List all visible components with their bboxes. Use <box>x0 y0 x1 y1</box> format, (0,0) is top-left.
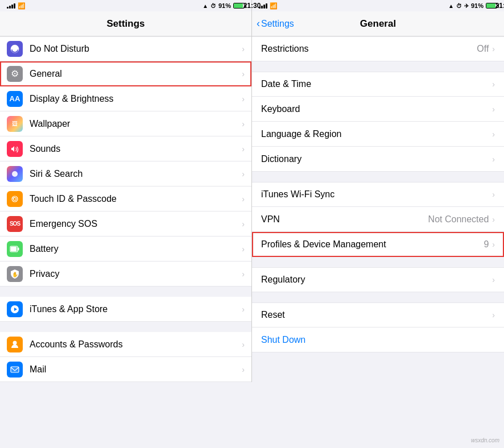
sos-label: Emergency SOS <box>30 219 242 229</box>
profiles-badge: 9 <box>484 239 489 250</box>
svg-point-1 <box>14 197 16 200</box>
status-bars: 📶 21:30 ▲ ⏱ 91% 📶 <box>0 0 504 11</box>
general-icon: ⚙ <box>7 66 23 82</box>
accounts-icon <box>7 337 23 352</box>
svg-rect-3 <box>18 247 19 250</box>
sos-chevron: › <box>242 219 245 229</box>
right-section-4: Regulatory › <box>252 267 504 292</box>
svg-rect-7 <box>11 367 19 372</box>
right-nav-title: General <box>360 18 396 30</box>
right-item-language[interactable]: Language & Region › <box>252 122 504 147</box>
settings-item-privacy[interactable]: ✋ Privacy › <box>0 262 251 287</box>
right-settings-list: Restrictions Off › Date & Time › Keyboar… <box>252 36 504 382</box>
accounts-chevron: › <box>242 340 245 349</box>
right-item-keyboard[interactable]: Keyboard › <box>252 97 504 122</box>
right-item-reset[interactable]: Reset › <box>252 302 504 327</box>
settings-item-display[interactable]: AA Display & Brightness › <box>0 86 251 111</box>
language-label: Language & Region <box>261 129 492 139</box>
vpn-value: Not Connected <box>428 214 489 225</box>
mail-icon <box>7 362 23 378</box>
keyboard-label: Keyboard <box>261 104 492 114</box>
left-settings-list: Do Not Disturb › ⚙ General › AA Display … <box>0 36 251 382</box>
dictionary-chevron: › <box>492 155 495 164</box>
left-battery-icon <box>233 3 245 9</box>
siri-label: Siri & Search <box>30 169 242 179</box>
signal-icon <box>7 3 15 9</box>
separator-1 <box>0 287 251 297</box>
display-label: Display & Brightness <box>30 94 242 104</box>
right-section-5: Reset › Shut Down <box>252 302 504 352</box>
datetime-label: Date & Time <box>261 79 492 89</box>
settings-item-general[interactable]: ⚙ General › <box>0 61 251 86</box>
separator-2 <box>0 322 251 332</box>
left-panel: Settings Do Not Disturb › <box>0 11 252 382</box>
right-section-2: Date & Time › Keyboard › Language & Regi… <box>252 72 504 172</box>
settings-item-itunes[interactable]: iTunes & App Store › <box>0 297 251 322</box>
watermark: wsxdn.com <box>471 437 499 443</box>
keyboard-chevron: › <box>492 105 495 114</box>
separator-right-3 <box>252 257 504 267</box>
datetime-chevron: › <box>492 80 495 89</box>
sounds-label: Sounds <box>30 144 242 154</box>
right-back-button[interactable]: ‹ Settings <box>252 18 294 30</box>
separator-right-1 <box>252 61 504 72</box>
right-item-regulatory[interactable]: Regulatory › <box>252 267 504 292</box>
restrictions-value: Off <box>477 44 489 54</box>
settings-item-battery[interactable]: Battery › <box>0 237 251 262</box>
separator-right-5 <box>252 352 504 363</box>
wallpaper-label: Wallpaper <box>30 119 242 129</box>
accounts-label: Accounts & Passwords <box>30 339 242 350</box>
sos-icon: SOS <box>7 216 23 232</box>
settings-item-accounts[interactable]: Accounts & Passwords › <box>0 332 251 357</box>
back-label: Settings <box>261 19 294 29</box>
itunes-label: iTunes & App Store <box>30 304 242 314</box>
svg-rect-4 <box>11 247 16 251</box>
settings-item-do-not-disturb[interactable]: Do Not Disturb › <box>0 36 251 61</box>
settings-item-wallpaper[interactable]: 🖼 Wallpaper › <box>0 111 251 136</box>
right-alarm-icon: ⏱ <box>456 3 462 9</box>
regulatory-chevron: › <box>492 275 495 284</box>
itunes-icon <box>7 301 23 317</box>
sounds-icon <box>7 141 23 157</box>
settings-item-mail[interactable]: Mail › <box>0 357 251 382</box>
settings-item-sounds[interactable]: Sounds › <box>0 136 251 161</box>
right-item-datetime[interactable]: Date & Time › <box>252 72 504 97</box>
profiles-chevron: › <box>492 240 495 249</box>
touchid-chevron: › <box>242 194 245 204</box>
mail-chevron: › <box>242 365 245 374</box>
display-icon: AA <box>7 91 23 107</box>
do-not-disturb-label: Do Not Disturb <box>30 44 242 54</box>
right-item-shutdown[interactable]: Shut Down <box>252 327 504 352</box>
privacy-label: Privacy <box>30 269 242 279</box>
siri-icon <box>7 166 23 182</box>
left-nav-title: Settings <box>106 18 144 30</box>
left-status-bar: 📶 21:30 ▲ ⏱ 91% <box>0 0 252 11</box>
reset-chevron: › <box>492 310 495 320</box>
settings-item-touchid[interactable]: Touch ID & Passcode › <box>0 186 251 211</box>
right-item-vpn[interactable]: VPN Not Connected › <box>252 207 504 232</box>
svg-point-6 <box>13 341 17 345</box>
right-item-itunes-wifi[interactable]: iTunes Wi-Fi Sync › <box>252 182 504 207</box>
right-item-dictionary[interactable]: Dictionary › <box>252 147 504 172</box>
sounds-chevron: › <box>242 144 245 154</box>
separator-right-4 <box>252 292 504 302</box>
right-item-restrictions[interactable]: Restrictions Off › <box>252 36 504 61</box>
profiles-label: Profiles & Device Management <box>261 239 484 250</box>
settings-item-siri[interactable]: Siri & Search › <box>0 161 251 186</box>
back-chevron-icon: ‹ <box>257 18 260 30</box>
left-nav-bar: Settings <box>0 11 251 36</box>
restrictions-chevron: › <box>492 44 495 53</box>
right-battery-text: 91% <box>471 2 484 9</box>
settings-item-sos[interactable]: SOS Emergency SOS › <box>0 211 251 237</box>
do-not-disturb-icon <box>7 41 23 57</box>
mail-label: Mail <box>30 364 242 375</box>
restrictions-label: Restrictions <box>261 44 477 54</box>
right-section-1: Restrictions Off › <box>252 36 504 61</box>
right-wifi-icon: 📶 <box>270 2 278 10</box>
separator-right-2 <box>252 172 504 182</box>
right-item-profiles[interactable]: Profiles & Device Management 9 › <box>252 232 504 257</box>
privacy-chevron: › <box>242 269 245 279</box>
right-airplane-icon: ✈ <box>464 3 469 9</box>
reset-label: Reset <box>261 310 492 320</box>
left-battery-text: 91% <box>218 2 231 9</box>
